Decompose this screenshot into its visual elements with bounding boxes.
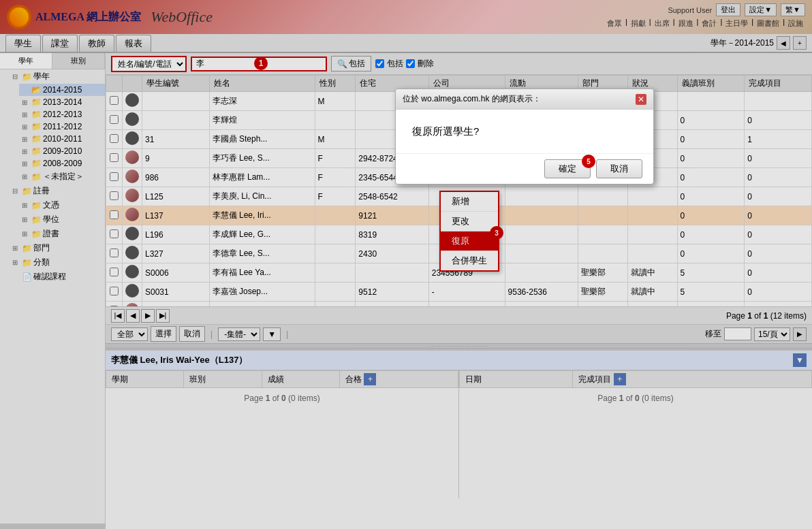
dialog-title-bar: 位於 wo.almega.com.hk 的網頁表示： ✕: [396, 89, 653, 110]
dialog-title: 位於 wo.almega.com.hk 的網頁表示：: [403, 93, 541, 105]
dialog-overlay: 位於 wo.almega.com.hk 的網頁表示： ✕ 復原所選學生? 確定 …: [0, 0, 812, 529]
dialog-footer: 確定 5 取消: [396, 153, 653, 184]
dialog-confirm-btn[interactable]: 確定 5: [544, 159, 591, 178]
dialog-body: 復原所選學生?: [396, 110, 653, 153]
dialog-cancel-btn[interactable]: 取消: [596, 159, 642, 178]
confirm-dialog: 位於 wo.almega.com.hk 的網頁表示： ✕ 復原所選學生? 確定 …: [395, 89, 654, 185]
dialog-close-btn[interactable]: ✕: [636, 94, 646, 105]
dialog-message: 復原所選學生?: [412, 125, 479, 137]
confirm-btn-label: 確定: [559, 163, 576, 174]
badge-5: 5: [582, 155, 595, 168]
